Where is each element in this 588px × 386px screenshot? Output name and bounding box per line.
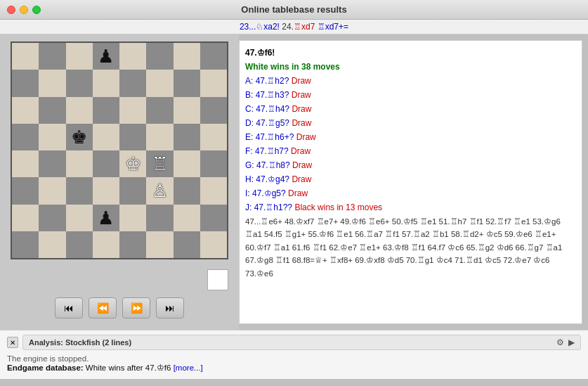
board-cell-f1[interactable] [146, 231, 173, 258]
board-cell-f8[interactable] [146, 43, 173, 70]
board-cell-e2[interactable] [119, 205, 146, 231]
board-cell-c6[interactable] [66, 97, 93, 124]
board-cell-a6[interactable] [12, 97, 39, 124]
board-cell-a5[interactable] [12, 124, 39, 150]
board-cell-g3[interactable] [174, 177, 200, 204]
board-cell-d6[interactable] [93, 97, 119, 124]
board-cell-e8[interactable] [119, 43, 146, 70]
board-cell-c2[interactable] [66, 205, 93, 231]
minimize-button[interactable] [20, 6, 28, 14]
board-cell-h8[interactable] [200, 43, 227, 70]
forward-next-button[interactable]: ⏩ [122, 297, 150, 319]
board-cell-c4[interactable] [66, 150, 93, 177]
endgame-text: White wins after 47.♔f6 [86, 364, 171, 372]
board-cell-g6[interactable] [174, 97, 200, 124]
white-piece-e4: ♔ [125, 155, 141, 173]
maximize-button[interactable] [32, 6, 41, 14]
board-cell-c7[interactable] [66, 70, 93, 96]
board-cell-d7[interactable] [93, 70, 119, 96]
play-icon[interactable]: ▶ [568, 337, 575, 347]
window-title: Online tablebase results [241, 4, 346, 15]
results-section[interactable]: 47.♔f6! White wins in 38 moves A: 47.♖h2… [239, 40, 582, 324]
board-cell-a8[interactable] [12, 43, 39, 70]
board-cell-g4[interactable] [174, 150, 200, 177]
forward-end-button[interactable]: ⏭ [156, 297, 184, 319]
line-a[interactable]: A: 47.♖h2? Draw [245, 75, 576, 87]
board-cell-b1[interactable] [39, 231, 65, 258]
board-cell-f3[interactable]: ♙ [146, 177, 173, 204]
board-cell-c8[interactable] [66, 43, 93, 70]
gear-icon[interactable]: ⚙ [556, 337, 564, 347]
board-cell-b6[interactable] [39, 97, 65, 124]
line-j[interactable]: J: 47.♖h1?? Black wins in 13 moves [245, 201, 576, 214]
line-d[interactable]: D: 47.♖g5? Draw [245, 117, 576, 129]
board-cell-h5[interactable] [200, 124, 227, 150]
board-cell-g7[interactable] [174, 70, 200, 96]
white-piece-f3: ♙ [152, 181, 168, 200]
board-cell-b4[interactable] [39, 150, 65, 177]
close-button[interactable] [7, 6, 15, 14]
rewind-back-button[interactable]: ⏪ [89, 297, 117, 319]
board-cell-d3[interactable] [93, 177, 119, 204]
chess-board[interactable]: ♟♚♔♖♙♟ [11, 41, 228, 259]
board-cell-a2[interactable] [12, 205, 39, 231]
board-cell-g2[interactable] [174, 205, 200, 231]
board-cell-e1[interactable] [119, 231, 146, 258]
line-c[interactable]: C: 47.♖h4? Draw [245, 103, 576, 115]
board-cell-d5[interactable] [93, 124, 119, 150]
board-cell-g8[interactable] [174, 43, 200, 70]
board-cell-c3[interactable] [66, 177, 93, 204]
line-h[interactable]: H: 47.♔g4? Draw [245, 173, 576, 186]
board-cell-a7[interactable] [12, 70, 39, 96]
board-cell-h4[interactable] [200, 150, 227, 177]
endgame-more-link[interactable]: [more...] [174, 364, 203, 372]
board-cell-h6[interactable] [200, 97, 227, 124]
board-cell-e6[interactable] [119, 97, 146, 124]
bottom-section: ✕ Analysis: Stockfish (2 lines) ⚙ ▶ The … [0, 330, 588, 379]
line-i[interactable]: I: 47.♔g5? Draw [245, 187, 576, 200]
line-b[interactable]: B: 47.♖h3? Draw [245, 89, 576, 101]
board-cell-b7[interactable] [39, 70, 65, 96]
line-f[interactable]: F: 47.♖h7? Draw [245, 145, 576, 157]
playback-controls: ⏮ ⏪ ⏩ ⏭ [55, 297, 184, 319]
board-cell-c5[interactable]: ♚ [66, 124, 93, 150]
endgame-database: Endgame database: White wins after 47.♔f… [7, 363, 581, 373]
board-cell-a1[interactable] [12, 231, 39, 258]
board-cell-e5[interactable] [119, 124, 146, 150]
board-cell-d8[interactable]: ♟ [93, 43, 119, 70]
board-cell-d1[interactable] [93, 231, 119, 258]
board-cell-e3[interactable] [119, 177, 146, 204]
board-cell-f6[interactable] [146, 97, 173, 124]
board-cell-c1[interactable] [66, 231, 93, 258]
black-piece-c5: ♚ [71, 128, 87, 146]
board-cell-f5[interactable] [146, 124, 173, 150]
board-cell-e4[interactable]: ♔ [119, 150, 146, 177]
board-cell-a4[interactable] [12, 150, 39, 177]
analysis-bar: Analysis: Stockfish (2 lines) ⚙ ▶ [22, 335, 581, 350]
board-cell-d4[interactable] [93, 150, 119, 177]
board-cell-f4[interactable]: ♖ [146, 150, 173, 177]
analysis-title: Analysis: Stockfish (2 lines) [29, 338, 131, 347]
board-cell-h2[interactable] [200, 205, 227, 231]
title-bar: Online tablebase results [0, 0, 588, 20]
line-g[interactable]: G: 47.♖h8? Draw [245, 159, 576, 172]
rewind-start-button[interactable]: ⏮ [55, 297, 83, 319]
board-cell-e7[interactable] [119, 70, 146, 96]
board-cell-h7[interactable] [200, 70, 227, 96]
board-cell-b2[interactable] [39, 205, 65, 231]
board-cell-h3[interactable] [200, 177, 227, 204]
board-cell-g5[interactable] [174, 124, 200, 150]
board-cell-h1[interactable] [200, 231, 227, 258]
board-cell-f7[interactable] [146, 70, 173, 96]
board-cell-d2[interactable]: ♟ [93, 205, 119, 231]
board-cell-b3[interactable] [39, 177, 65, 204]
close-analysis-button[interactable]: ✕ [7, 337, 18, 348]
line-e[interactable]: E: 47.♖h6+? Draw [245, 131, 576, 143]
board-cell-g1[interactable] [174, 231, 200, 258]
board-cell-a3[interactable] [12, 177, 39, 204]
board-cell-b5[interactable] [39, 124, 65, 150]
move-notation: 23...♘xa2! 24.♖xd7 ♖xd7+= [240, 22, 348, 32]
board-cell-b8[interactable] [39, 43, 65, 70]
white-wins-line: White wins in 38 moves [245, 60, 576, 73]
board-cell-f2[interactable] [146, 205, 173, 231]
